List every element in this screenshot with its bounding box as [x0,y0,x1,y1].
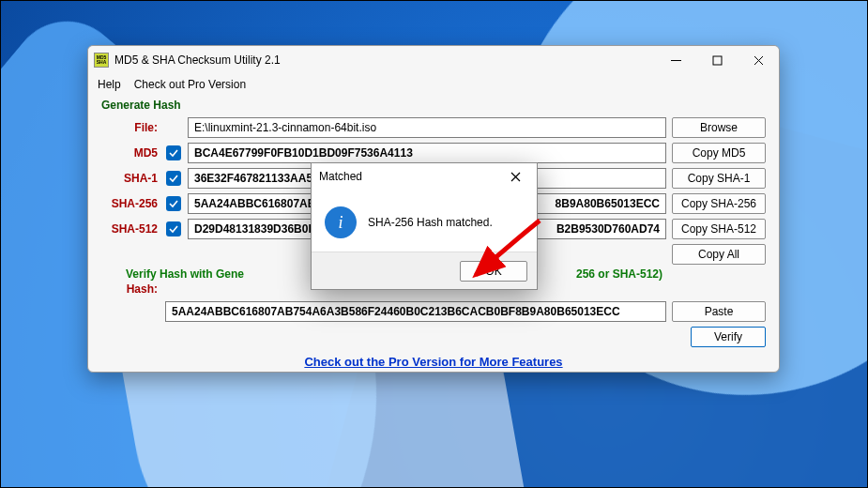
menu-help[interactable]: Help [98,78,121,91]
file-label: File: [101,121,160,134]
sha1-checkbox[interactable] [166,171,181,186]
copy-sha512-button[interactable]: Copy SHA-512 [672,219,766,239]
menu-pro[interactable]: Check out Pro Version [134,78,246,91]
hash-label: Hash: [101,282,160,296]
row-md5: MD5 BCA4E67799F0FB10D1BD09F7536A4113 Cop… [101,143,766,163]
verify-button[interactable]: Verify [691,327,766,347]
copy-md5-button[interactable]: Copy MD5 [672,143,766,163]
pro-link[interactable]: Check out the Pro Version for More Featu… [101,355,766,369]
dialog-close-button[interactable] [501,165,529,188]
verify-heading-right: 256 or SHA-512) [576,267,662,281]
md5-value[interactable]: BCA4E67799F0FB10D1BD09F7536A4113 [188,143,666,163]
dialog-message: SHA-256 Hash matched. [368,216,493,229]
svg-rect-0 [713,56,722,65]
hash-input[interactable]: 5AA24ABBC616807AB754A6A3B586F24460B0C213… [165,301,666,322]
window-title: MD5 & SHA Checksum Utility 2.1 [114,53,281,67]
minimize-button[interactable] [655,46,696,74]
dialog-titlebar[interactable]: Matched [312,163,537,190]
matched-dialog: Matched i SHA-256 Hash matched. OK [311,162,538,290]
browse-button[interactable]: Browse [672,117,766,138]
sha256-checkbox[interactable] [166,196,181,211]
ok-button[interactable]: OK [460,261,527,282]
md5-checkbox[interactable] [166,145,181,160]
menubar: Help Check out Pro Version [88,74,779,95]
sha512-checkbox[interactable] [166,221,181,236]
sha512-label: SHA-512 [101,222,160,236]
sha1-label: SHA-1 [101,172,160,185]
sha256-label: SHA-256 [101,197,160,210]
row-file: File: E:\linuxmint-21.3-cinnamon-64bit.i… [101,117,766,138]
app-icon: MD5SHA [94,53,109,68]
file-path-input[interactable]: E:\linuxmint-21.3-cinnamon-64bit.iso [188,117,666,138]
info-icon: i [325,206,357,238]
section-title: Generate Hash [88,95,779,117]
copy-sha1-button[interactable]: Copy SHA-1 [672,168,766,189]
copy-sha256-button[interactable]: Copy SHA-256 [672,193,766,214]
md5-label: MD5 [101,146,160,160]
dialog-title: Matched [319,170,362,183]
paste-button[interactable]: Paste [672,301,766,322]
copy-all-button[interactable]: Copy All [672,244,766,265]
close-button[interactable] [738,46,779,74]
maximize-button[interactable] [696,46,738,74]
titlebar[interactable]: MD5SHA MD5 & SHA Checksum Utility 2.1 [88,46,779,74]
verify-heading-left: Verify Hash with Gene [126,267,244,281]
